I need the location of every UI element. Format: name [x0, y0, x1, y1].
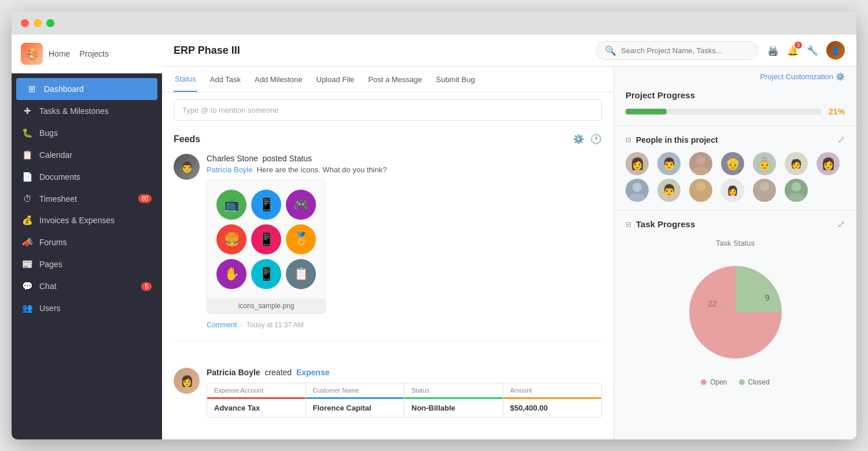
tab-bar: Status Add Task Add Milestone Upload Fil…: [162, 66, 613, 93]
history-icon[interactable]: 🕐: [590, 134, 602, 145]
sidebar-item-tasks[interactable]: ✚ Tasks & Milestones: [12, 100, 162, 122]
print-icon[interactable]: 🖨️: [767, 45, 779, 56]
nav-projects[interactable]: Projects: [79, 49, 109, 58]
people-collapse-icon[interactable]: ⊟: [626, 136, 631, 144]
feed-timestamp-1: Today at 11:37 AM: [246, 321, 303, 329]
feed-action-1: posted Status: [263, 154, 312, 163]
sidebar-item-users[interactable]: 👥 Users: [12, 297, 162, 319]
project-progress-section: Project Progress 21%: [614, 81, 856, 126]
pie-closed-segment: [735, 266, 782, 312]
close-button[interactable]: [21, 19, 29, 27]
icon-item-5: 🏅: [286, 224, 316, 254]
task-progress-title: Task Progress: [636, 219, 695, 229]
icons-grid: 📺 📱 🎮 🍔 📱 🏅 ✋ 📱 📋: [207, 180, 325, 298]
nav-home[interactable]: Home: [49, 49, 70, 58]
icon-item-8: 📋: [286, 259, 316, 289]
sidebar-item-bugs[interactable]: 🐛 Bugs: [12, 122, 162, 144]
people-header: ⊟ People in this project ⤢: [626, 134, 845, 145]
icons-attachment: 📺 📱 🎮 🍔 📱 🏅 ✋ 📱 📋: [207, 180, 326, 314]
expense-amount-header: Amount: [503, 383, 602, 399]
person-avatar-8: [626, 179, 649, 202]
tab-post-message[interactable]: Post a Message: [367, 66, 423, 92]
sidebar-item-calendar[interactable]: 📋 Calendar: [12, 144, 162, 166]
person-avatar-5: 👵: [753, 152, 776, 175]
customization-link[interactable]: Project Customization ⚙️: [614, 66, 856, 81]
progress-bar-fill: [626, 109, 667, 114]
app-body: 🎨 Home Projects ⊞ Dashboard ✚ Tasks & Mi…: [12, 35, 856, 439]
wrench-icon[interactable]: 🔧: [807, 45, 818, 56]
sidebar-item-dashboard[interactable]: ⊞ Dashboard: [16, 78, 157, 100]
icon-item-3: 🍔: [216, 224, 247, 254]
person-avatar-1: 👩: [626, 152, 649, 175]
sidebar-item-timesheet[interactable]: ⏱ Timesheet 80: [12, 188, 162, 209]
feed-author-1: Charles Stone posted Status: [207, 154, 602, 163]
bugs-icon: 🐛: [22, 128, 32, 138]
main-content: Status Add Task Add Milestone Upload Fil…: [162, 66, 613, 439]
expense-link[interactable]: Expense: [296, 368, 330, 377]
legend-closed-label: Closed: [748, 378, 770, 386]
feeds-title: Feeds: [174, 134, 200, 145]
sidebar-item-forums[interactable]: 📣 Forums: [12, 231, 162, 253]
sidebar-label-users: Users: [39, 304, 61, 313]
sidebar-label-forums: Forums: [39, 238, 67, 247]
expense-col-status: Status Non-Billable: [404, 383, 503, 417]
task-expand-icon[interactable]: ⤢: [837, 219, 845, 230]
status-input[interactable]: Type @ to mention someone: [174, 99, 602, 121]
user-avatar[interactable]: 👤: [826, 41, 845, 60]
notification-badge: 3: [795, 42, 802, 49]
tab-add-task[interactable]: Add Task: [209, 66, 242, 92]
search-icon: 🔍: [605, 45, 616, 56]
sidebar: 🎨 Home Projects ⊞ Dashboard ✚ Tasks & Mi…: [12, 35, 162, 439]
customization-label: Project Customization: [760, 72, 833, 81]
svg-point-10: [760, 182, 769, 191]
feed-message-1: Here are the icons. What do you think?: [257, 165, 387, 174]
tab-status[interactable]: Status: [174, 66, 197, 92]
dashboard-icon: ⊞: [27, 84, 37, 94]
task-collapse-icon[interactable]: ⊟: [626, 220, 631, 228]
people-header-left: ⊟ People in this project: [626, 135, 718, 145]
pie-closed-label: 9: [765, 293, 770, 302]
sidebar-item-documents[interactable]: 📄 Documents: [12, 166, 162, 188]
top-nav: Home Projects: [49, 49, 109, 58]
progress-row: 21%: [626, 107, 845, 116]
maximize-button[interactable]: [46, 19, 54, 27]
svg-point-4: [632, 183, 642, 192]
topbar-icons: 🖨️ 🔔 3 🔧 👤: [767, 41, 845, 60]
sidebar-label-pages: Pages: [39, 260, 62, 269]
search-box[interactable]: 🔍: [596, 41, 758, 60]
feed-content-2: Patricia Boyle created Expense Expense A…: [207, 368, 602, 417]
tab-submit-bug[interactable]: Submit Bug: [435, 66, 476, 92]
tab-add-milestone[interactable]: Add Milestone: [253, 66, 303, 92]
svg-point-13: [792, 182, 801, 191]
app-window: 🎨 Home Projects ⊞ Dashboard ✚ Tasks & Mi…: [12, 12, 856, 439]
tab-upload-file[interactable]: Upload File: [315, 66, 356, 92]
expense-col-amount: Amount $50,400.00: [503, 383, 602, 417]
calendar-icon: 📋: [22, 150, 32, 160]
sidebar-item-pages[interactable]: 📰 Pages: [12, 253, 162, 275]
sidebar-item-chat[interactable]: 💬 Chat 5: [12, 275, 162, 297]
search-input[interactable]: [621, 46, 749, 55]
svg-point-7: [696, 182, 705, 191]
person-avatar-9: 👨: [657, 179, 681, 202]
comment-link[interactable]: Comment: [207, 321, 237, 329]
settings-gear-icon: ⚙️: [836, 72, 845, 81]
person-avatar-6: 🧑: [785, 152, 808, 175]
forums-icon: 📣: [22, 237, 32, 247]
feed-meta-1: Comment · Today at 11:37 AM: [207, 321, 602, 329]
notification-icon[interactable]: 🔔 3: [787, 45, 799, 56]
feeds-header: Feeds ⚙️ 🕐: [174, 134, 602, 145]
task-progress-section: ⊟ Task Progress ⤢ Task Status: [614, 210, 856, 394]
feeds-section: Feeds ⚙️ 🕐 👨: [162, 128, 613, 358]
progress-percentage: 21%: [829, 107, 845, 116]
chart-legend: Open Closed: [701, 378, 770, 386]
sidebar-label-chat: Chat: [39, 282, 57, 291]
timesheet-icon: ⏱: [22, 194, 32, 204]
people-expand-icon[interactable]: ⤢: [837, 134, 845, 145]
person-avatar-11: 👩: [721, 179, 744, 202]
sidebar-item-invoices[interactable]: 💰 Invoices & Expenses: [12, 209, 162, 231]
feed-mention-1[interactable]: Patricia Boyle: [207, 165, 252, 174]
sidebar-label-dashboard: Dashboard: [44, 84, 84, 94]
minimize-button[interactable]: [34, 19, 42, 27]
icon-item-4: 📱: [251, 224, 281, 254]
settings-icon[interactable]: ⚙️: [573, 134, 584, 145]
